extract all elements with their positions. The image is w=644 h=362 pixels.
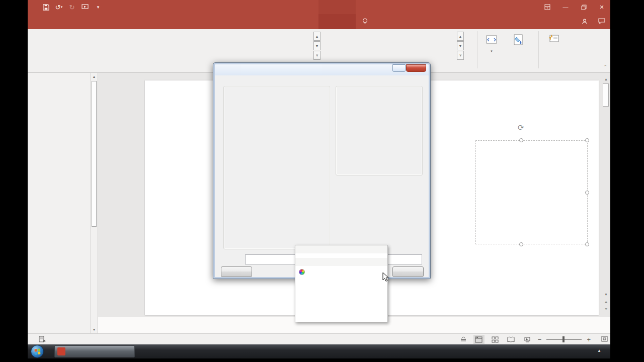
canvas-scroll-up-icon[interactable]: ▲ bbox=[602, 75, 610, 82]
rotate-handle-icon[interactable]: ⟳ bbox=[518, 123, 526, 131]
color-picker-popup bbox=[295, 245, 388, 322]
standard-colors-header bbox=[295, 258, 387, 266]
design-ideas-button[interactable] bbox=[541, 32, 567, 65]
status-bar: − + bbox=[28, 333, 610, 344]
view-normal-icon[interactable] bbox=[473, 335, 485, 344]
canvas-scrollbar[interactable]: ▲ ▼ ⏶ ⏷ bbox=[602, 75, 610, 315]
view-reading-icon[interactable] bbox=[506, 335, 517, 344]
themes-scroll-up[interactable]: ▲ bbox=[313, 32, 320, 41]
notes-toggle-icon bbox=[460, 336, 466, 342]
handle-right-mid[interactable] bbox=[585, 191, 589, 195]
slide-size-icon bbox=[484, 32, 499, 47]
sample-dark-panel bbox=[341, 118, 379, 192]
powerpoint-icon bbox=[57, 347, 65, 355]
zoom-in-icon[interactable]: + bbox=[587, 336, 591, 343]
close-button[interactable]: ✕ bbox=[597, 4, 606, 11]
lightbulb-icon bbox=[362, 18, 368, 25]
start-button[interactable] bbox=[31, 345, 44, 358]
taskbar-powerpoint-button[interactable] bbox=[54, 345, 135, 357]
customize-qat-icon[interactable]: ▾ bbox=[94, 3, 102, 11]
zoom-slider[interactable] bbox=[546, 339, 582, 340]
undo-icon[interactable]: ↺▾ bbox=[55, 3, 63, 11]
view-slide-sorter-icon[interactable] bbox=[490, 335, 501, 344]
panel-scroll-down-icon[interactable]: ▼ bbox=[91, 326, 98, 333]
minimize-button[interactable]: — bbox=[561, 4, 570, 11]
accessibility-check-icon[interactable] bbox=[39, 336, 46, 343]
zoom-out-icon[interactable]: − bbox=[538, 336, 542, 343]
mouse-cursor bbox=[382, 272, 389, 282]
textbox-selection-border[interactable] bbox=[475, 140, 588, 244]
cancel-button[interactable] bbox=[392, 266, 424, 277]
more-colors-item[interactable] bbox=[295, 269, 387, 275]
restore-button[interactable] bbox=[579, 4, 588, 11]
variants-more-button[interactable]: ⊽ bbox=[457, 51, 464, 60]
contextual-tools-label bbox=[318, 0, 356, 14]
dialog-close-button[interactable] bbox=[406, 64, 426, 72]
handle-top-right[interactable] bbox=[585, 138, 589, 142]
share-button[interactable] bbox=[582, 19, 590, 25]
slide-thumbnails-panel: ▲ ▼ bbox=[28, 73, 98, 333]
handle-bottom-right[interactable] bbox=[585, 242, 589, 246]
comments-icon[interactable] bbox=[598, 18, 605, 26]
previous-slide-icon[interactable]: ⏶ bbox=[602, 299, 610, 306]
canvas-scroll-thumb[interactable] bbox=[603, 83, 609, 107]
redo-icon: ↻ bbox=[68, 3, 76, 11]
windows-logo-icon bbox=[34, 348, 41, 355]
sample-light-panel bbox=[379, 118, 418, 192]
handle-top-mid[interactable] bbox=[519, 138, 523, 142]
panel-scroll-up-icon[interactable]: ▲ bbox=[91, 73, 98, 80]
themes-more-button[interactable]: ⊽ bbox=[313, 51, 320, 60]
person-icon bbox=[582, 19, 588, 25]
variants-scroll-up[interactable]: ▲ bbox=[457, 32, 464, 41]
sample-group bbox=[336, 86, 423, 175]
dialog-help-button[interactable] bbox=[392, 64, 406, 72]
tray-expand-icon[interactable]: ▲ bbox=[597, 348, 601, 353]
design-ideas-icon bbox=[546, 32, 561, 47]
format-background-button[interactable] bbox=[506, 32, 532, 65]
view-slideshow-icon[interactable] bbox=[522, 335, 533, 344]
theme-colors-group bbox=[223, 86, 330, 249]
panel-scrollbar[interactable]: ▲ ▼ bbox=[90, 73, 97, 333]
tell-me-box[interactable] bbox=[362, 14, 371, 29]
ribbon-display-options-icon[interactable] bbox=[543, 4, 552, 11]
quick-access-toolbar: ↺▾ ↻ ▾ bbox=[42, 2, 102, 13]
notes-toggle[interactable] bbox=[460, 336, 468, 342]
reset-button[interactable] bbox=[221, 266, 252, 277]
zoom-slider-thumb[interactable] bbox=[562, 336, 565, 342]
save-icon[interactable] bbox=[42, 3, 50, 11]
ribbon-tabs-row bbox=[28, 14, 610, 29]
next-slide-icon[interactable]: ⏷ bbox=[602, 306, 610, 313]
panel-scroll-thumb[interactable] bbox=[92, 81, 97, 227]
fit-slide-icon[interactable] bbox=[601, 335, 608, 343]
collapse-ribbon-icon[interactable]: ⌃ bbox=[603, 64, 607, 69]
powerpoint-window: ↺▾ ↻ ▾ — ✕ bbox=[28, 0, 610, 344]
slide-size-button[interactable]: ▾ bbox=[478, 32, 505, 65]
color-wheel-icon bbox=[299, 269, 305, 275]
windows-taskbar: ▲ bbox=[28, 344, 610, 358]
title-bar: ↺▾ ↻ ▾ — ✕ bbox=[28, 0, 610, 14]
handle-bottom-mid[interactable] bbox=[519, 242, 523, 246]
variants-scroll-down[interactable]: ▼ bbox=[457, 41, 464, 50]
start-slideshow-icon[interactable] bbox=[81, 3, 89, 11]
theme-colors-header bbox=[295, 245, 387, 253]
canvas-scroll-down-icon[interactable]: ▼ bbox=[602, 291, 610, 298]
format-background-icon bbox=[511, 32, 526, 47]
tab-format[interactable] bbox=[318, 14, 356, 29]
themes-scroll-down[interactable]: ▼ bbox=[313, 41, 320, 50]
